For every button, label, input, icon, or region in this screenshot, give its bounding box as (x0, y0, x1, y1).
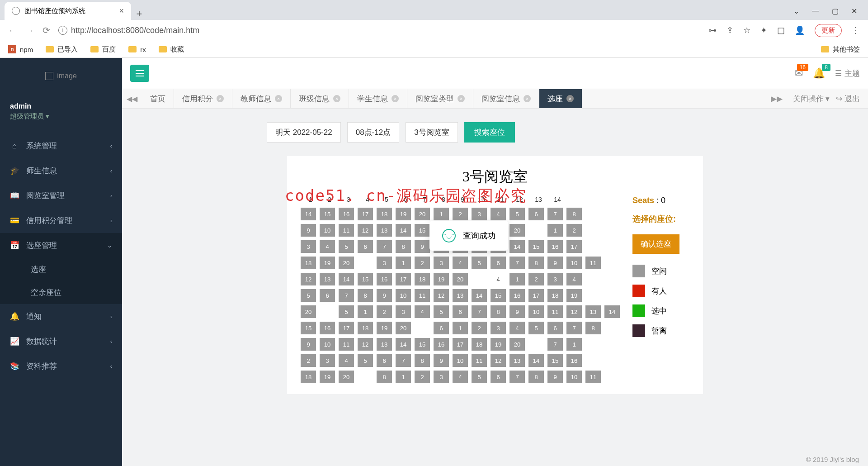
close-ops-dropdown[interactable]: 关闭操作 ▾ (793, 94, 830, 104)
seat[interactable]: 6 (528, 208, 544, 220)
seat[interactable]: 10 (320, 338, 335, 351)
seat[interactable]: 14 (528, 354, 544, 367)
seat[interactable]: 12 (301, 273, 316, 285)
seat[interactable]: 7 (509, 257, 525, 269)
seat[interactable]: 5 (472, 371, 487, 383)
seat[interactable]: 8 (491, 305, 506, 318)
seat[interactable]: 13 (377, 338, 392, 351)
tab[interactable]: 教师信息× (232, 89, 291, 108)
forward-icon[interactable]: → (25, 25, 34, 36)
seat[interactable]: 1 (509, 273, 525, 285)
seat[interactable]: 3 (434, 371, 449, 383)
mail-icon[interactable]: ✉16 (795, 67, 803, 79)
seat[interactable]: 1 (566, 338, 582, 351)
seat[interactable]: 2 (377, 305, 392, 318)
seat[interactable]: 20 (396, 322, 411, 334)
seat[interactable]: 10 (566, 257, 582, 269)
sidebar-item[interactable]: 🎓师生信息‹ (0, 158, 122, 183)
bookmark-baidu[interactable]: 百度 (90, 45, 116, 54)
tab-close-icon[interactable]: × (458, 95, 465, 102)
seat[interactable]: 4 (415, 305, 430, 318)
seat[interactable]: 14 (509, 240, 525, 253)
sidebar-item[interactable]: 📅选座管理⌄ (0, 233, 122, 258)
seat[interactable]: 7 (396, 354, 411, 367)
site-info-icon[interactable]: i (58, 26, 67, 35)
seat[interactable]: 7 (339, 289, 354, 302)
tab[interactable]: 班级信息× (291, 89, 349, 108)
seat[interactable]: 7 (547, 208, 563, 220)
seat[interactable]: 15 (320, 208, 335, 220)
seat[interactable]: 15 (547, 354, 563, 367)
seat[interactable]: 15 (415, 224, 430, 237)
seat[interactable]: 11 (585, 371, 601, 383)
tabs-scroll-right-icon[interactable]: ▶▶ (767, 94, 787, 104)
seat[interactable]: 19 (320, 257, 335, 269)
seat[interactable]: 18 (301, 371, 316, 383)
seat[interactable]: 17 (453, 338, 468, 351)
seat[interactable]: 18 (358, 322, 373, 334)
bookmark-npm[interactable]: nnpm (8, 45, 33, 53)
confirm-seat-button[interactable]: 确认选座 (632, 234, 679, 254)
seat[interactable]: 8 (528, 371, 544, 383)
seat[interactable]: 5 (509, 208, 525, 220)
tab-close-icon[interactable]: × (392, 95, 399, 102)
seat[interactable]: 8 (585, 322, 601, 334)
seat[interactable]: 3 (434, 257, 449, 269)
seat[interactable]: 18 (377, 208, 392, 220)
seat[interactable]: 10 (528, 305, 544, 318)
bell-icon[interactable]: 🔔8 (813, 67, 825, 79)
menu-icon[interactable]: ⋮ (852, 25, 860, 35)
seat[interactable]: 17 (528, 289, 544, 302)
seat[interactable]: 17 (358, 208, 373, 220)
minimize-icon[interactable]: — (812, 7, 819, 15)
seat[interactable]: 15 (301, 322, 316, 334)
seat[interactable]: 9 (509, 305, 525, 318)
room-select[interactable]: 3号阅览室 (406, 122, 458, 143)
seat[interactable]: 18 (301, 257, 316, 269)
seat[interactable]: 16 (320, 322, 335, 334)
seat[interactable]: 10 (566, 371, 582, 383)
tab[interactable]: 选座× (539, 89, 582, 108)
seat[interactable]: 8 (358, 289, 373, 302)
seat[interactable]: 2 (528, 273, 544, 285)
seat[interactable]: 20 (415, 208, 430, 220)
seat[interactable]: 1 (396, 257, 411, 269)
seat[interactable]: 4 (339, 354, 354, 367)
seat[interactable]: 3 (547, 273, 563, 285)
seat[interactable]: 3 (377, 257, 392, 269)
tab-close-icon[interactable]: × (566, 95, 574, 102)
sidebar-item[interactable]: 🔔通知‹ (0, 304, 122, 329)
seat[interactable]: 6 (491, 371, 506, 383)
seat[interactable]: 12 (491, 354, 506, 367)
seat[interactable]: 6 (320, 289, 335, 302)
maximize-icon[interactable]: ▢ (832, 7, 839, 15)
key-icon[interactable]: ⊶ (708, 25, 717, 35)
seat[interactable]: 13 (585, 305, 601, 318)
seat[interactable]: 6 (377, 354, 392, 367)
seat[interactable]: 12 (434, 289, 449, 302)
seat[interactable]: 15 (491, 289, 506, 302)
update-button[interactable]: 更新 (815, 24, 842, 37)
tab[interactable]: 首页 (142, 89, 174, 108)
seat[interactable]: 7 (472, 305, 487, 318)
bookmark-imported[interactable]: 已导入 (46, 45, 78, 54)
seat[interactable]: 11 (415, 289, 430, 302)
seat[interactable]: 5 (339, 305, 354, 318)
dropdown-icon[interactable]: ⌄ (793, 7, 799, 15)
seat[interactable]: 8 (396, 240, 411, 253)
seat[interactable]: 9 (301, 224, 316, 237)
seat[interactable]: 20 (453, 273, 468, 285)
hamburger-button[interactable] (130, 65, 149, 82)
sidebar-item[interactable]: 💳信用积分管理‹ (0, 208, 122, 233)
search-seat-button[interactable]: 搜索座位 (464, 122, 515, 143)
seat[interactable]: 2 (301, 354, 316, 367)
seat[interactable]: 2 (566, 224, 582, 237)
seat[interactable]: 10 (320, 224, 335, 237)
seat[interactable]: 15 (415, 338, 430, 351)
other-bookmarks[interactable]: 其他书签 (821, 45, 860, 54)
seat[interactable]: 9 (377, 289, 392, 302)
seat[interactable]: 5 (301, 289, 316, 302)
seat[interactable]: 7 (566, 322, 582, 334)
time-select[interactable]: 08点-12点 (347, 122, 399, 143)
tabs-scroll-left-icon[interactable]: ◀◀ (122, 95, 142, 103)
